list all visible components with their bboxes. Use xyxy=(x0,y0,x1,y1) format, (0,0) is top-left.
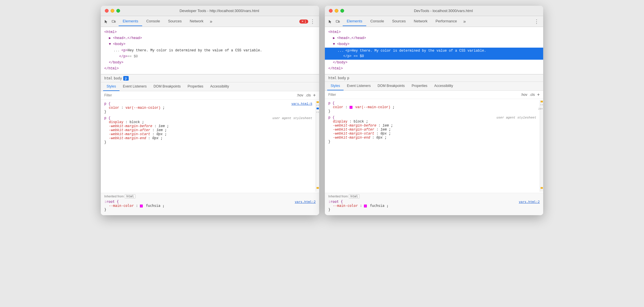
svg-rect-1 xyxy=(115,21,115,22)
css-source-ua: user agent stylesheet xyxy=(272,116,312,120)
maximize-button-left[interactable] xyxy=(116,9,120,13)
tab-accessibility-right[interactable]: Accessibility xyxy=(431,82,456,90)
inherited-tag-left[interactable]: html xyxy=(125,194,136,199)
css-prop-color-right[interactable]: color xyxy=(333,105,343,109)
more-tabs-left[interactable]: » xyxy=(207,17,215,26)
dom-p-selected-right[interactable]: ... <p>Hey there. My color is determined… xyxy=(325,48,543,60)
css-content-right: p { color : var(--main-color) ; } p { xyxy=(325,99,543,193)
tab-event-listeners-right[interactable]: Event Listeners xyxy=(344,82,374,90)
tab-elements-right[interactable]: Elements xyxy=(343,17,366,26)
breadcrumb-p-right[interactable]: p xyxy=(347,76,349,80)
tab-performance-right[interactable]: Performance xyxy=(431,17,461,26)
css-prop-webkit-mb-right[interactable]: -webkit-margin-before xyxy=(333,124,376,128)
tab-styles-left[interactable]: Styles xyxy=(103,82,119,91)
tab-network-left[interactable]: Network xyxy=(186,17,208,26)
breadcrumb-html[interactable]: html xyxy=(104,76,113,80)
css-value-webkit-me: 0px xyxy=(152,136,159,140)
tab-dom-breakpoints-left[interactable]: DOM Breakpoints xyxy=(150,82,184,91)
css-value-color-right[interactable]: var(--main-color) xyxy=(355,105,390,109)
minimize-button-left[interactable] xyxy=(111,9,114,13)
tab-styles-right[interactable]: Styles xyxy=(327,82,344,90)
tab-properties-left[interactable]: Properties xyxy=(184,82,207,91)
tab-elements-left[interactable]: Elements xyxy=(119,17,142,26)
cursor-icon-right[interactable] xyxy=(327,18,333,25)
css-prop-webkit-margin-before[interactable]: -webkit-margin-before xyxy=(109,124,152,128)
device-icon[interactable] xyxy=(111,18,117,25)
devtools-right: DevTools - localhost:3000/vars.html Elem… xyxy=(325,6,543,215)
close-button-right[interactable] xyxy=(329,9,333,13)
hov-button-right[interactable]: :hov xyxy=(521,93,527,97)
css-selector-p2: p { xyxy=(104,116,111,120)
css-selector-root-right: :root { xyxy=(328,200,343,204)
styles-tabs-right: Styles Event Listeners DOM Breakpoints P… xyxy=(325,82,543,91)
css-source-root-left[interactable]: vars.html:2 xyxy=(295,200,316,204)
css-prop-webkit-ms-right[interactable]: -webkit-margin-start xyxy=(333,132,374,136)
tab-console-right[interactable]: Console xyxy=(366,17,388,26)
css-prop-color[interactable]: color xyxy=(109,106,119,110)
maximize-button-right[interactable] xyxy=(340,9,344,13)
css-selector-p1-right: p { xyxy=(328,101,335,105)
css-prop-main-color-right[interactable]: --main-color xyxy=(333,204,358,208)
dom-head-right[interactable]: ▶ <head>…</head> xyxy=(328,35,540,41)
cls-button-left[interactable]: .cls xyxy=(306,93,311,97)
tab-accessibility-left[interactable]: Accessibility xyxy=(207,82,232,91)
cursor-icon[interactable] xyxy=(103,18,109,25)
breadcrumb-body[interactable]: body xyxy=(114,76,122,80)
tab-properties-right[interactable]: Properties xyxy=(408,82,431,90)
css-prop-display[interactable]: display xyxy=(109,120,123,124)
css-prop-webkit-me-right[interactable]: -webkit-margin-end xyxy=(333,136,370,140)
device-icon-right[interactable] xyxy=(335,18,341,25)
dom-body-right[interactable]: ▼ <body> xyxy=(328,41,540,47)
css-prop-webkit-margin-start[interactable]: -webkit-margin-start xyxy=(109,132,150,136)
dom-tree-right: <html> ▶ <head>…</head> ▼ <body> ... <p>… xyxy=(325,27,543,74)
dom-html-close: </html> xyxy=(104,66,316,72)
minimize-button-right[interactable] xyxy=(335,9,338,13)
filter-input-right[interactable] xyxy=(328,93,518,97)
css-prop-webkit-ma-right[interactable]: -webkit-margin-after xyxy=(333,128,374,132)
inherited-tag-right[interactable]: html xyxy=(349,194,360,199)
dom-p-selected[interactable]: ... <p>Hey there. My color is determined… xyxy=(104,48,316,54)
close-button-left[interactable] xyxy=(105,9,109,13)
add-style-left[interactable]: + xyxy=(313,93,316,98)
css-selector-p1: p { xyxy=(104,102,111,106)
css-value-color[interactable]: var(--main-color) xyxy=(126,106,161,110)
tab-event-listeners-left[interactable]: Event Listeners xyxy=(119,82,150,91)
styles-panel-left: Styles Event Listeners DOM Breakpoints P… xyxy=(101,82,319,215)
dom-body[interactable]: ▼ <body> xyxy=(104,41,316,47)
more-options-right[interactable]: ⋮ xyxy=(532,17,541,26)
css-prop-display-right[interactable]: display xyxy=(333,120,347,124)
svg-rect-2 xyxy=(336,20,338,22)
dom-head[interactable]: ▶ <head>…</head> xyxy=(104,35,316,41)
css-scrollbar-left[interactable] xyxy=(316,101,319,192)
breadcrumb-body-right[interactable]: body xyxy=(338,76,346,80)
dom-p-close[interactable]: </p> == $0 xyxy=(104,54,316,60)
color-swatch-right xyxy=(364,205,367,207)
toolbar-right: Elements Console Sources Network Perform… xyxy=(325,16,543,27)
css-value-display: block xyxy=(130,120,140,124)
add-style-right[interactable]: + xyxy=(537,92,540,97)
filter-input-left[interactable] xyxy=(104,93,294,97)
toolbar-icons-left xyxy=(103,18,117,25)
breadcrumb-left: html body p xyxy=(101,74,319,82)
tab-network-right[interactable]: Network xyxy=(410,17,432,26)
more-tabs-right[interactable]: » xyxy=(461,17,468,26)
inherited-section-right: Inherited from html :root { vars.html:2 … xyxy=(325,193,543,215)
tab-sources-left[interactable]: Sources xyxy=(164,17,186,26)
css-prop-webkit-margin-end[interactable]: -webkit-margin-end xyxy=(109,136,146,140)
breadcrumb-p[interactable]: p xyxy=(123,76,129,81)
css-prop-main-color-left[interactable]: --main-color xyxy=(109,204,134,208)
inherited-label-left: Inherited from xyxy=(104,195,124,198)
more-options-left[interactable]: ⋮ xyxy=(308,17,317,26)
css-source-vars5[interactable]: vars.html:5 xyxy=(291,102,312,106)
tab-sources-right[interactable]: Sources xyxy=(388,17,410,26)
css-scrollbar-right[interactable]: 24× xyxy=(540,100,543,192)
traffic-lights-right xyxy=(329,9,344,13)
tab-dom-breakpoints-right[interactable]: DOM Breakpoints xyxy=(374,82,408,90)
hov-button-left[interactable]: :hov xyxy=(297,93,303,97)
titlebar-left: Developer Tools - http://localhost:3000/… xyxy=(101,6,319,16)
tab-console-left[interactable]: Console xyxy=(142,17,164,26)
css-source-root-right[interactable]: vars.html:2 xyxy=(519,200,540,204)
breadcrumb-html-right[interactable]: html xyxy=(328,76,337,80)
css-prop-webkit-margin-after[interactable]: -webkit-margin-after xyxy=(109,128,150,132)
cls-button-right[interactable]: .cls xyxy=(530,93,535,97)
